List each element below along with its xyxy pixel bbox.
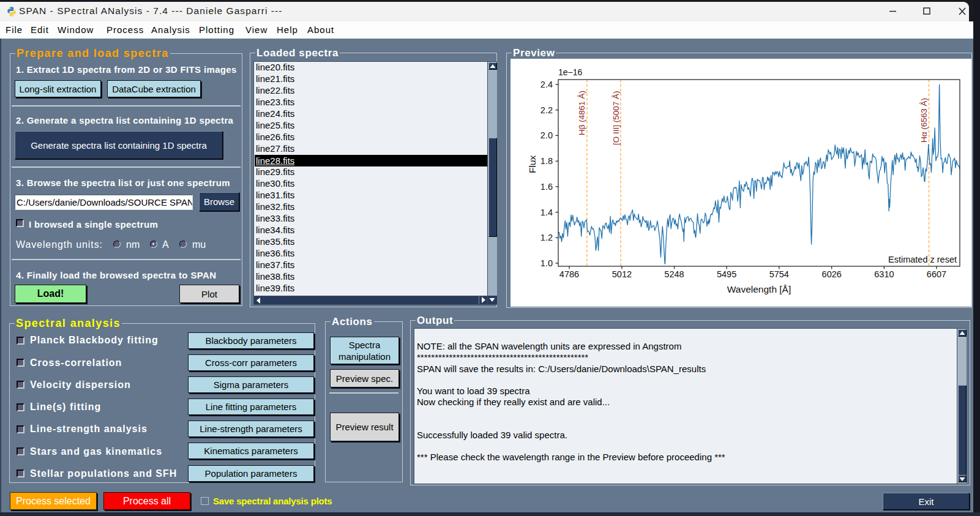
svg-text:Hβ (4861 Å): Hβ (4861 Å) xyxy=(577,91,586,135)
svg-text:Estimated z reset: Estimated z reset xyxy=(888,255,957,264)
svg-text:2.2: 2.2 xyxy=(540,105,553,115)
svg-text:6026: 6026 xyxy=(822,269,842,279)
svg-text:1.2: 1.2 xyxy=(540,233,553,242)
svg-text:1.8: 1.8 xyxy=(540,156,553,166)
svg-text:2.4: 2.4 xyxy=(540,80,553,89)
svg-text:4786: 4786 xyxy=(559,269,579,279)
svg-text:Wavelength [Å]: Wavelength [Å] xyxy=(727,284,791,294)
svg-text:1e−16: 1e−16 xyxy=(558,67,583,77)
svg-text:Hα (6563 Å): Hα (6563 Å) xyxy=(919,98,929,143)
svg-text:1.6: 1.6 xyxy=(540,182,553,192)
svg-text:5012: 5012 xyxy=(612,269,632,279)
svg-text:5248: 5248 xyxy=(664,269,684,279)
svg-text:1.0: 1.0 xyxy=(540,258,553,268)
svg-text:Flux: Flux xyxy=(527,155,537,173)
svg-text:5754: 5754 xyxy=(769,269,789,279)
svg-text:6607: 6607 xyxy=(927,269,946,279)
svg-text:1.4: 1.4 xyxy=(540,208,553,217)
svg-text:2.0: 2.0 xyxy=(540,130,553,140)
svg-text:6310: 6310 xyxy=(874,269,894,279)
svg-text:[O III] (5007 Å): [O III] (5007 Å) xyxy=(612,91,621,145)
svg-text:5495: 5495 xyxy=(717,269,736,279)
